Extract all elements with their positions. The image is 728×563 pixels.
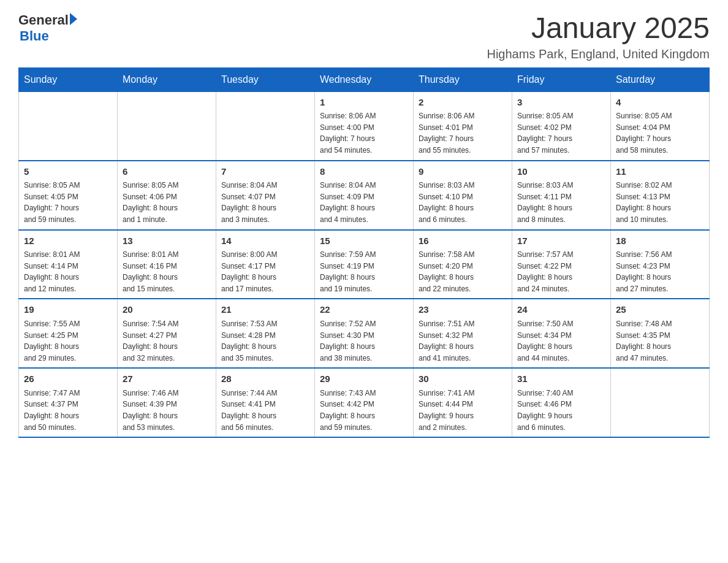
calendar-header-row: SundayMondayTuesdayWednesdayThursdayFrid…	[19, 67, 710, 91]
day-number: 30	[419, 372, 507, 386]
day-info: Sunrise: 7:59 AM Sunset: 4:19 PM Dayligh…	[320, 249, 408, 294]
calendar-header-saturday: Saturday	[611, 67, 710, 91]
calendar-header-wednesday: Wednesday	[315, 67, 414, 91]
day-number: 29	[320, 372, 408, 386]
day-number: 3	[517, 96, 605, 110]
day-number: 28	[221, 372, 309, 386]
day-info: Sunrise: 8:05 AM Sunset: 4:06 PM Dayligh…	[123, 180, 211, 225]
calendar-cell: 17Sunrise: 7:57 AM Sunset: 4:22 PM Dayli…	[512, 230, 611, 299]
day-number: 16	[419, 234, 507, 248]
day-info: Sunrise: 7:41 AM Sunset: 4:44 PM Dayligh…	[419, 388, 507, 433]
calendar-cell: 19Sunrise: 7:55 AM Sunset: 4:25 PM Dayli…	[19, 299, 118, 368]
calendar-cell: 6Sunrise: 8:05 AM Sunset: 4:06 PM Daylig…	[118, 161, 216, 230]
calendar-week-3: 12Sunrise: 8:01 AM Sunset: 4:14 PM Dayli…	[19, 230, 710, 299]
day-info: Sunrise: 8:00 AM Sunset: 4:17 PM Dayligh…	[221, 249, 309, 294]
calendar-cell	[118, 91, 216, 160]
calendar-header-sunday: Sunday	[19, 67, 118, 91]
day-number: 20	[123, 303, 211, 317]
calendar-cell: 15Sunrise: 7:59 AM Sunset: 4:19 PM Dayli…	[315, 230, 414, 299]
calendar-week-2: 5Sunrise: 8:05 AM Sunset: 4:05 PM Daylig…	[19, 161, 710, 230]
day-info: Sunrise: 7:52 AM Sunset: 4:30 PM Dayligh…	[320, 318, 408, 364]
day-number: 10	[517, 165, 605, 179]
day-number: 2	[419, 96, 507, 110]
calendar-cell: 31Sunrise: 7:40 AM Sunset: 4:46 PM Dayli…	[512, 368, 611, 437]
day-info: Sunrise: 7:56 AM Sunset: 4:23 PM Dayligh…	[616, 249, 704, 294]
calendar-header-tuesday: Tuesday	[216, 67, 315, 91]
calendar-week-4: 19Sunrise: 7:55 AM Sunset: 4:25 PM Dayli…	[19, 299, 710, 368]
day-info: Sunrise: 7:50 AM Sunset: 4:34 PM Dayligh…	[517, 318, 605, 364]
calendar-header-thursday: Thursday	[414, 67, 512, 91]
day-number: 23	[419, 303, 507, 317]
logo-blue: Blue	[20, 28, 77, 44]
day-number: 5	[24, 165, 112, 179]
calendar-cell: 13Sunrise: 8:01 AM Sunset: 4:16 PM Dayli…	[118, 230, 216, 299]
day-info: Sunrise: 8:05 AM Sunset: 4:04 PM Dayligh…	[616, 110, 704, 156]
calendar-cell: 7Sunrise: 8:04 AM Sunset: 4:07 PM Daylig…	[216, 161, 315, 230]
day-info: Sunrise: 8:05 AM Sunset: 4:02 PM Dayligh…	[517, 110, 605, 156]
day-info: Sunrise: 7:58 AM Sunset: 4:20 PM Dayligh…	[419, 249, 507, 294]
day-info: Sunrise: 8:04 AM Sunset: 4:09 PM Dayligh…	[320, 180, 408, 225]
calendar-cell: 24Sunrise: 7:50 AM Sunset: 4:34 PM Dayli…	[512, 299, 611, 368]
day-info: Sunrise: 8:04 AM Sunset: 4:07 PM Dayligh…	[221, 180, 309, 225]
calendar-cell	[216, 91, 315, 160]
day-number: 21	[221, 303, 309, 317]
day-info: Sunrise: 7:44 AM Sunset: 4:41 PM Dayligh…	[221, 388, 309, 433]
calendar-cell	[19, 91, 118, 160]
calendar-cell: 22Sunrise: 7:52 AM Sunset: 4:30 PM Dayli…	[315, 299, 414, 368]
day-number: 9	[419, 165, 507, 179]
calendar-cell: 8Sunrise: 8:04 AM Sunset: 4:09 PM Daylig…	[315, 161, 414, 230]
day-info: Sunrise: 8:05 AM Sunset: 4:05 PM Dayligh…	[24, 180, 112, 225]
day-info: Sunrise: 7:51 AM Sunset: 4:32 PM Dayligh…	[419, 318, 507, 364]
day-number: 25	[616, 303, 704, 317]
day-number: 13	[123, 234, 211, 248]
calendar-cell: 23Sunrise: 7:51 AM Sunset: 4:32 PM Dayli…	[414, 299, 512, 368]
day-number: 17	[517, 234, 605, 248]
day-info: Sunrise: 8:06 AM Sunset: 4:00 PM Dayligh…	[320, 110, 408, 156]
calendar-header-friday: Friday	[512, 67, 611, 91]
calendar-cell: 20Sunrise: 7:54 AM Sunset: 4:27 PM Dayli…	[118, 299, 216, 368]
calendar-cell: 27Sunrise: 7:46 AM Sunset: 4:39 PM Dayli…	[118, 368, 216, 437]
day-number: 22	[320, 303, 408, 317]
day-number: 26	[24, 372, 112, 386]
day-info: Sunrise: 8:02 AM Sunset: 4:13 PM Dayligh…	[616, 180, 704, 225]
day-info: Sunrise: 8:03 AM Sunset: 4:11 PM Dayligh…	[517, 180, 605, 225]
day-number: 31	[517, 372, 605, 386]
calendar-cell: 28Sunrise: 7:44 AM Sunset: 4:41 PM Dayli…	[216, 368, 315, 437]
calendar-cell: 4Sunrise: 8:05 AM Sunset: 4:04 PM Daylig…	[611, 91, 710, 160]
day-number: 8	[320, 165, 408, 179]
day-info: Sunrise: 7:47 AM Sunset: 4:37 PM Dayligh…	[24, 388, 112, 433]
header: General Blue January 2025 Highams Park, …	[18, 12, 710, 61]
calendar-cell: 10Sunrise: 8:03 AM Sunset: 4:11 PM Dayli…	[512, 161, 611, 230]
day-number: 12	[24, 234, 112, 248]
day-number: 18	[616, 234, 704, 248]
day-number: 1	[320, 96, 408, 110]
calendar-cell: 2Sunrise: 8:06 AM Sunset: 4:01 PM Daylig…	[414, 91, 512, 160]
calendar-cell: 16Sunrise: 7:58 AM Sunset: 4:20 PM Dayli…	[414, 230, 512, 299]
day-info: Sunrise: 8:03 AM Sunset: 4:10 PM Dayligh…	[419, 180, 507, 225]
day-info: Sunrise: 7:57 AM Sunset: 4:22 PM Dayligh…	[517, 249, 605, 294]
calendar-cell: 9Sunrise: 8:03 AM Sunset: 4:10 PM Daylig…	[414, 161, 512, 230]
day-info: Sunrise: 7:43 AM Sunset: 4:42 PM Dayligh…	[320, 388, 408, 433]
calendar: SundayMondayTuesdayWednesdayThursdayFrid…	[18, 67, 710, 438]
day-info: Sunrise: 7:40 AM Sunset: 4:46 PM Dayligh…	[517, 388, 605, 433]
day-number: 19	[24, 303, 112, 317]
calendar-week-1: 1Sunrise: 8:06 AM Sunset: 4:00 PM Daylig…	[19, 91, 710, 160]
day-number: 15	[320, 234, 408, 248]
calendar-week-5: 26Sunrise: 7:47 AM Sunset: 4:37 PM Dayli…	[19, 368, 710, 437]
day-info: Sunrise: 8:01 AM Sunset: 4:14 PM Dayligh…	[24, 249, 112, 294]
logo-arrow-icon	[70, 13, 77, 25]
calendar-cell: 18Sunrise: 7:56 AM Sunset: 4:23 PM Dayli…	[611, 230, 710, 299]
day-info: Sunrise: 7:48 AM Sunset: 4:35 PM Dayligh…	[616, 318, 704, 364]
day-number: 24	[517, 303, 605, 317]
day-info: Sunrise: 7:54 AM Sunset: 4:27 PM Dayligh…	[123, 318, 211, 364]
calendar-cell	[611, 368, 710, 437]
calendar-header-monday: Monday	[118, 67, 216, 91]
day-info: Sunrise: 7:55 AM Sunset: 4:25 PM Dayligh…	[24, 318, 112, 364]
calendar-cell: 25Sunrise: 7:48 AM Sunset: 4:35 PM Dayli…	[611, 299, 710, 368]
day-number: 14	[221, 234, 309, 248]
calendar-cell: 11Sunrise: 8:02 AM Sunset: 4:13 PM Dayli…	[611, 161, 710, 230]
logo-general: General	[18, 12, 69, 28]
day-info: Sunrise: 7:53 AM Sunset: 4:28 PM Dayligh…	[221, 318, 309, 364]
calendar-cell: 12Sunrise: 8:01 AM Sunset: 4:14 PM Dayli…	[19, 230, 118, 299]
calendar-cell: 5Sunrise: 8:05 AM Sunset: 4:05 PM Daylig…	[19, 161, 118, 230]
